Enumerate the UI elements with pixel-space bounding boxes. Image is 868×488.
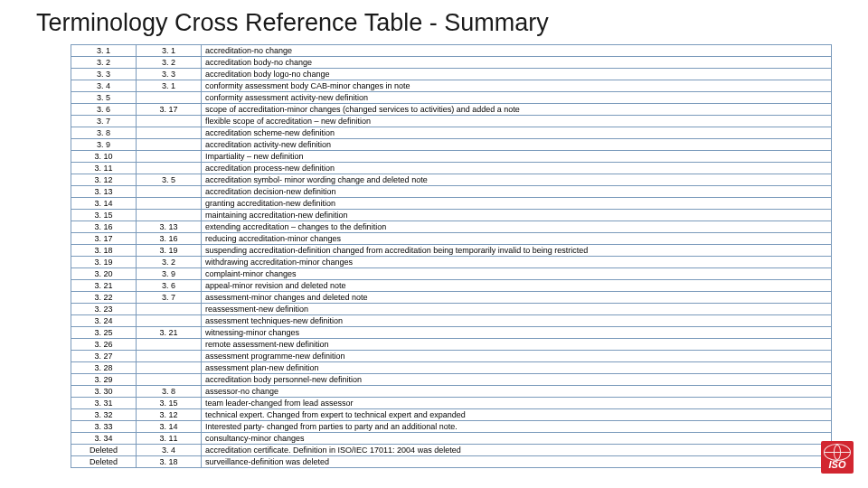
description-cell: assessment plan-new definition — [202, 362, 832, 374]
col-b-cell: 3. 1 — [137, 45, 202, 57]
description-cell: remote assessment-new definition — [202, 339, 832, 351]
col-a-cell: 3. 24 — [71, 315, 137, 327]
col-a-cell: 3. 34 — [71, 433, 137, 445]
col-a-cell: 3. 12 — [71, 174, 137, 186]
description-cell: conformity assessment activity-new defin… — [202, 92, 832, 104]
col-a-cell: 3. 22 — [71, 292, 137, 304]
table-row: 3. 313. 15team leader-changed from lead … — [71, 398, 832, 409]
table-row: Deleted3. 4accreditation certificate. De… — [71, 445, 832, 456]
col-b-cell — [137, 139, 202, 151]
description-cell: complaint-minor changes — [202, 268, 832, 280]
table-row: 3. 163. 13extending accreditation – chan… — [71, 221, 832, 233]
col-a-cell: Deleted — [71, 445, 137, 456]
description-cell: reducing accreditation-minor changes — [202, 233, 832, 245]
col-a-cell: Deleted — [71, 456, 137, 468]
table-row: 3. 23. 2accreditation body-no change — [71, 57, 832, 69]
iso-logo: ISO — [821, 441, 854, 474]
table-row: 3. 13. 1accreditation-no change — [71, 45, 832, 57]
col-a-cell: 3. 27 — [71, 351, 137, 362]
col-b-cell: 3. 8 — [137, 386, 202, 398]
col-b-cell — [137, 374, 202, 386]
table-row: 3. 24assessment techniques-new definitio… — [71, 315, 832, 327]
col-b-cell — [137, 151, 202, 163]
table-row: 3. 253. 21witnessing-minor changes — [71, 327, 832, 339]
description-cell: conformity assessment body CAB-minor cha… — [202, 80, 832, 92]
description-cell: consultancy-minor changes — [202, 433, 832, 445]
col-a-cell: 3. 30 — [71, 386, 137, 398]
col-a-cell: 3. 33 — [71, 421, 137, 433]
description-cell: team leader-changed from lead assessor — [202, 398, 832, 409]
col-b-cell: 3. 4 — [137, 445, 202, 456]
col-a-cell: 3. 5 — [71, 92, 137, 104]
table-row: 3. 193. 2withdrawing accreditation-minor… — [71, 257, 832, 268]
description-cell: witnessing-minor changes — [202, 327, 832, 339]
col-b-cell: 3. 19 — [137, 245, 202, 257]
description-cell: assessment techniques-new definition — [202, 315, 832, 327]
table-row: 3. 28assessment plan-new definition — [71, 362, 832, 374]
description-cell: extending accreditation – changes to the… — [202, 221, 832, 233]
table-row: 3. 9accreditation activity-new definitio… — [71, 139, 832, 151]
description-cell: Interested party- changed from parties t… — [202, 421, 832, 433]
table-row: 3. 323. 12technical expert. Changed from… — [71, 409, 832, 421]
table-row: 3. 173. 16reducing accreditation-minor c… — [71, 233, 832, 245]
col-b-cell: 3. 18 — [137, 456, 202, 468]
col-b-cell — [137, 362, 202, 374]
col-b-cell — [137, 315, 202, 327]
col-b-cell: 3. 2 — [137, 57, 202, 69]
table-row: 3. 203. 9complaint-minor changes — [71, 268, 832, 280]
description-cell: assessment programme-new definition — [202, 351, 832, 362]
iso-logo-text: ISO — [821, 459, 854, 470]
col-a-cell: 3. 32 — [71, 409, 137, 421]
col-a-cell: 3. 2 — [71, 57, 137, 69]
page-title: Terminology Cross Reference Table - Summ… — [0, 0, 868, 44]
col-a-cell: 3. 31 — [71, 398, 137, 409]
col-b-cell — [137, 210, 202, 221]
col-b-cell: 3. 16 — [137, 233, 202, 245]
table-row: 3. 343. 11consultancy-minor changes — [71, 433, 832, 445]
description-cell: scope of accreditation-minor changes (ch… — [202, 104, 832, 116]
description-cell: assessor-no change — [202, 386, 832, 398]
description-cell: flexible scope of accreditation – new de… — [202, 116, 832, 127]
description-cell: granting accreditation-new definition — [202, 198, 832, 210]
col-a-cell: 3. 16 — [71, 221, 137, 233]
description-cell: suspending accreditation-definition chan… — [202, 245, 832, 257]
col-b-cell: 3. 12 — [137, 409, 202, 421]
description-cell: Impartiality – new definition — [202, 151, 832, 163]
description-cell: surveillance-definition was deleted — [202, 456, 832, 468]
description-cell: reassessment-new definition — [202, 304, 832, 315]
cross-reference-table: 3. 13. 1accreditation-no change3. 23. 2a… — [71, 44, 832, 468]
table-row: 3. 223. 7assessment-minor changes and de… — [71, 292, 832, 304]
col-b-cell: 3. 15 — [137, 398, 202, 409]
col-b-cell: 3. 2 — [137, 257, 202, 268]
table-row: Deleted3. 18surveillance-definition was … — [71, 456, 832, 468]
col-a-cell: 3. 19 — [71, 257, 137, 268]
col-a-cell: 3. 23 — [71, 304, 137, 315]
col-a-cell: 3. 18 — [71, 245, 137, 257]
col-b-cell: 3. 14 — [137, 421, 202, 433]
description-cell: accreditation activity-new definition — [202, 139, 832, 151]
col-a-cell: 3. 4 — [71, 80, 137, 92]
table-row: 3. 7flexible scope of accreditation – ne… — [71, 116, 832, 127]
description-cell: accreditation scheme-new definition — [202, 127, 832, 139]
col-b-cell: 3. 7 — [137, 292, 202, 304]
col-a-cell: 3. 13 — [71, 186, 137, 198]
description-cell: accreditation body logo-no change — [202, 69, 832, 80]
table-row: 3. 43. 1conformity assessment body CAB-m… — [71, 80, 832, 92]
col-a-cell: 3. 29 — [71, 374, 137, 386]
col-b-cell: 3. 17 — [137, 104, 202, 116]
description-cell: maintaining accreditation-new definition — [202, 210, 832, 221]
table-row: 3. 14granting accreditation-new definiti… — [71, 198, 832, 210]
table-row: 3. 8accreditation scheme-new definition — [71, 127, 832, 139]
table-row: 3. 11accreditation process-new definitio… — [71, 163, 832, 174]
col-a-cell: 3. 10 — [71, 151, 137, 163]
table-row: 3. 213. 6appeal-minor revision and delet… — [71, 280, 832, 292]
col-a-cell: 3. 21 — [71, 280, 137, 292]
table-row: 3. 303. 8assessor-no change — [71, 386, 832, 398]
table-row: 3. 33. 3accreditation body logo-no chang… — [71, 69, 832, 80]
col-a-cell: 3. 25 — [71, 327, 137, 339]
col-a-cell: 3. 8 — [71, 127, 137, 139]
col-a-cell: 3. 26 — [71, 339, 137, 351]
col-a-cell: 3. 14 — [71, 198, 137, 210]
col-b-cell: 3. 6 — [137, 280, 202, 292]
col-a-cell: 3. 11 — [71, 163, 137, 174]
